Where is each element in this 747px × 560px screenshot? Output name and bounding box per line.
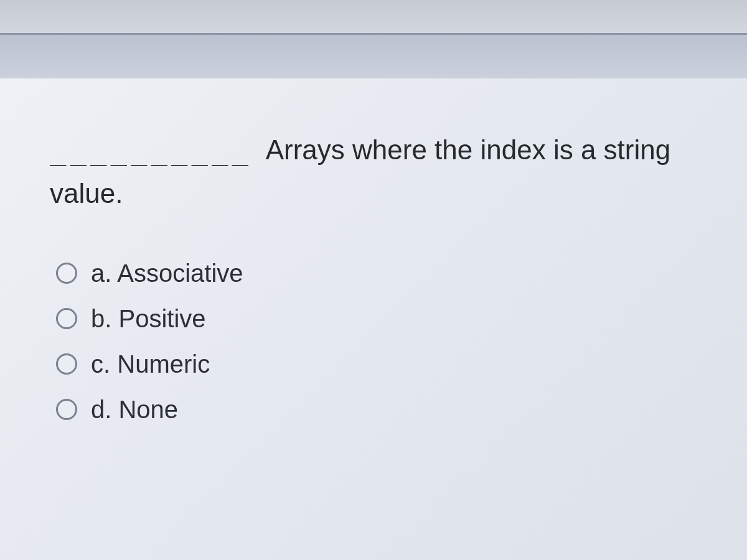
radio-icon[interactable] [56,399,77,420]
question-panel: __________ Arrays where the index is a s… [0,78,747,560]
window-top-bar [0,0,747,35]
option-b[interactable]: b. Positive [56,305,710,333]
separator-band [0,35,747,78]
option-label: a. Associative [91,259,243,287]
radio-icon[interactable] [56,308,77,329]
option-label: c. Numeric [91,350,210,378]
option-c[interactable]: c. Numeric [56,350,710,378]
option-label: b. Positive [91,305,206,333]
options-list: a. Associative b. Positive c. Numeric d.… [50,259,710,424]
question-text: __________ Arrays where the index is a s… [50,128,710,216]
option-a[interactable]: a. Associative [56,259,710,287]
fill-in-blank: __________ [50,128,252,172]
option-d[interactable]: d. None [56,396,710,424]
radio-icon[interactable] [56,353,77,375]
option-label: d. None [91,396,178,424]
radio-icon[interactable] [56,263,77,284]
